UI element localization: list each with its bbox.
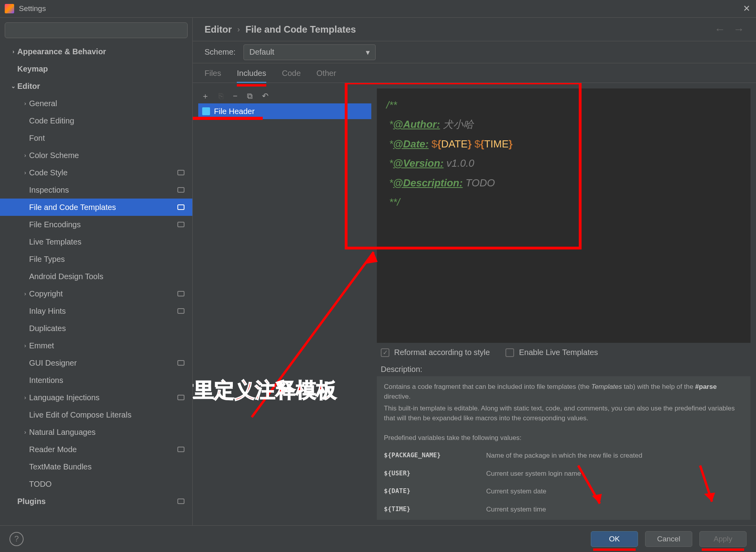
- revert-icon[interactable]: ↶: [262, 91, 269, 101]
- sidebar-item-textmate-bundles[interactable]: TextMate Bundles: [0, 458, 192, 475]
- sidebar-item-color-scheme[interactable]: ›Color Scheme: [0, 147, 192, 164]
- checkbox-icon: [505, 348, 514, 357]
- project-scope-icon: [177, 187, 184, 193]
- tab-files[interactable]: Files: [205, 69, 221, 83]
- breadcrumb-main[interactable]: Editor: [205, 24, 232, 35]
- sidebar-item-code-editing[interactable]: Code Editing: [0, 112, 192, 129]
- close-icon[interactable]: ✕: [742, 4, 751, 13]
- project-scope-icon: [177, 291, 184, 296]
- chevron-down-icon: ⌄: [9, 83, 17, 89]
- ok-button[interactable]: OK: [591, 531, 638, 547]
- template-list-item[interactable]: File Header: [198, 103, 371, 119]
- search-input[interactable]: [5, 22, 188, 38]
- sidebar-item-file-and-code-templates[interactable]: File and Code Templates: [0, 199, 192, 216]
- sidebar-item-inspections[interactable]: Inspections: [0, 181, 192, 199]
- chevron-right-icon: ›: [21, 429, 29, 435]
- project-scope-icon: [177, 222, 184, 227]
- sidebar-item-natural-languages[interactable]: ›Natural Languages: [0, 423, 192, 441]
- chevron-right-icon: ›: [21, 291, 29, 297]
- add-icon[interactable]: ＋: [201, 91, 209, 101]
- sidebar-item-label: Inlay Hints: [29, 307, 66, 316]
- sidebar-item-label: Editor: [17, 82, 40, 91]
- sidebar-item-copyright[interactable]: ›Copyright: [0, 285, 192, 302]
- sidebar-item-label: Live Templates: [29, 237, 81, 247]
- variable-name: ${DATE}: [384, 486, 470, 497]
- variable-description: Current system date: [486, 486, 743, 497]
- help-button[interactable]: ?: [9, 532, 24, 546]
- sidebar-item-label: Android Design Tools: [29, 272, 103, 281]
- sidebar-item-label: Color Scheme: [29, 151, 79, 160]
- nav-forward-icon[interactable]: →: [733, 23, 744, 36]
- titlebar: Settings ✕: [0, 0, 756, 18]
- sidebar-item-live-edit-of-compose-literals[interactable]: Live Edit of Compose Literals: [0, 406, 192, 423]
- sidebar-item-emmet[interactable]: ›Emmet: [0, 337, 192, 354]
- sidebar-item-label: Plugins: [17, 497, 46, 506]
- sidebar-item-label: File Types: [29, 255, 65, 264]
- description-box: Contains a code fragment that can be inc…: [377, 376, 750, 520]
- code-editor[interactable]: /** *@Author: 犬小哈 *@Date: ${DATE} ${TIME…: [377, 88, 750, 343]
- variable-description: Name of the package in which the new fil…: [486, 451, 743, 461]
- sidebar-item-label: GUI Designer: [29, 359, 77, 368]
- variable-name: ${TIME}: [384, 504, 470, 515]
- sidebar-item-label: Keymap: [17, 64, 48, 74]
- sidebar-item-label: General: [29, 99, 57, 108]
- project-scope-icon: [177, 447, 184, 452]
- sidebar-item-appearance-behavior[interactable]: ›Appearance & Behavior: [0, 43, 192, 60]
- project-scope-icon: [177, 395, 184, 400]
- copy-as-icon: ⎘: [219, 92, 223, 101]
- sidebar-item-label: Duplicates: [29, 324, 66, 333]
- sidebar-item-general[interactable]: ›General: [0, 95, 192, 112]
- copy-icon[interactable]: ⧉: [247, 92, 253, 101]
- reformat-checkbox[interactable]: Reformat according to style: [381, 348, 490, 357]
- sidebar-item-file-types[interactable]: File Types: [0, 250, 192, 268]
- sidebar-item-gui-designer[interactable]: GUI Designer: [0, 354, 192, 372]
- nav-back-icon[interactable]: ←: [714, 23, 725, 36]
- sidebar-item-plugins[interactable]: Plugins: [0, 493, 192, 510]
- sidebar-item-label: File Encodings: [29, 220, 81, 229]
- variable-row: ${PACKAGE_NAME}Name of the package in wh…: [384, 451, 743, 461]
- project-scope-icon: [177, 204, 184, 210]
- file-icon: [202, 107, 210, 115]
- sidebar-item-todo[interactable]: TODO: [0, 475, 192, 493]
- sidebar-item-label: Font: [29, 134, 45, 143]
- sidebar-item-intentions[interactable]: Intentions: [0, 372, 192, 389]
- chevron-right-icon: ›: [21, 100, 29, 107]
- variable-name: ${PACKAGE_NAME}: [384, 451, 470, 461]
- scheme-select[interactable]: Default ▾: [243, 44, 376, 60]
- tab-code[interactable]: Code: [282, 69, 301, 83]
- remove-icon[interactable]: −: [233, 92, 238, 101]
- scheme-value: Default: [249, 48, 274, 57]
- sidebar: 🔍 ›Appearance & BehaviorKeymap⌄Editor›Ge…: [0, 18, 193, 525]
- sidebar-item-duplicates[interactable]: Duplicates: [0, 320, 192, 337]
- sidebar-item-editor[interactable]: ⌄Editor: [0, 77, 192, 95]
- sidebar-item-android-design-tools[interactable]: Android Design Tools: [0, 268, 192, 285]
- sidebar-item-font[interactable]: Font: [0, 129, 192, 147]
- sidebar-item-label: Inspections: [29, 186, 69, 195]
- sidebar-item-language-injections[interactable]: ›Language Injections: [0, 389, 192, 406]
- cancel-button[interactable]: Cancel: [645, 531, 692, 547]
- project-scope-icon: [177, 499, 184, 504]
- sidebar-item-code-style[interactable]: ›Code Style: [0, 164, 192, 181]
- apply-button[interactable]: Apply: [699, 531, 747, 547]
- breadcrumb-sub: File and Code Templates: [245, 24, 356, 35]
- sidebar-item-inlay-hints[interactable]: Inlay Hints: [0, 302, 192, 320]
- chevron-right-icon: ›: [21, 169, 29, 176]
- chevron-right-icon: ›: [21, 394, 29, 401]
- chevron-right-icon: ›: [21, 342, 29, 349]
- chevron-right-icon: ›: [9, 48, 17, 55]
- scheme-label: Scheme:: [205, 48, 236, 57]
- sidebar-item-live-templates[interactable]: Live Templates: [0, 233, 192, 250]
- sidebar-item-keymap[interactable]: Keymap: [0, 60, 192, 77]
- sidebar-item-reader-mode[interactable]: Reader Mode: [0, 441, 192, 458]
- tab-includes[interactable]: Includes: [237, 69, 266, 83]
- variable-row: ${TIME}Current system time: [384, 504, 743, 515]
- sidebar-item-file-encodings[interactable]: File Encodings: [0, 216, 192, 233]
- sidebar-item-label: Code Editing: [29, 116, 74, 125]
- variable-description: Current user system login name: [486, 469, 743, 479]
- variable-row: ${DATE}Current system date: [384, 486, 743, 497]
- tab-other[interactable]: Other: [317, 69, 336, 83]
- variable-description: Current system time: [486, 504, 743, 515]
- live-templates-checkbox[interactable]: Enable Live Templates: [505, 348, 598, 357]
- checkbox-icon: [381, 348, 389, 357]
- project-scope-icon: [177, 308, 184, 314]
